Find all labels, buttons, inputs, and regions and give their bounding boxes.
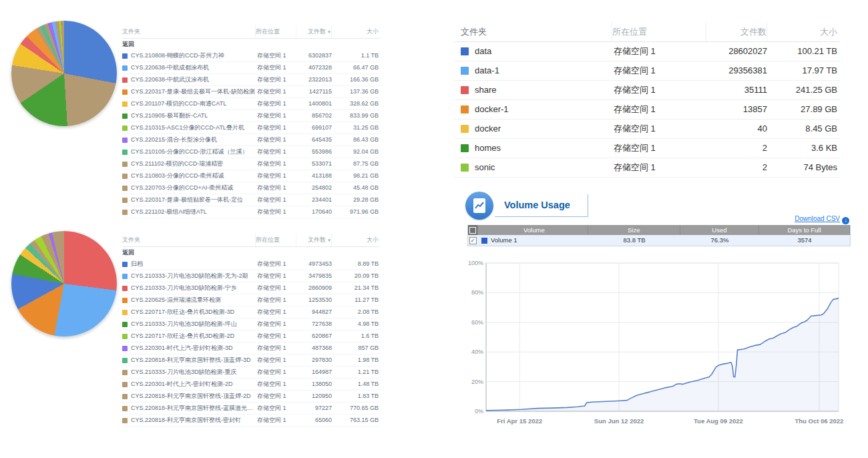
- folder-size: 92.04 GB: [332, 146, 380, 158]
- shared-folder-row[interactable]: homes存储空间 123.6 KB: [454, 139, 840, 158]
- folder-row[interactable]: CYS.201107-模切的CCD-南通CATL存储空间 11400801328…: [122, 98, 380, 110]
- folder-name: CYS.220638-中航成都涂布机: [131, 62, 209, 73]
- volume-days-to-full: 3574: [759, 235, 850, 246]
- legend-swatch: [461, 47, 469, 55]
- svg-text:Tue Aug 09 2022: Tue Aug 09 2022: [694, 417, 743, 425]
- column-header-folder[interactable]: 文件夹: [122, 234, 256, 246]
- folder-location: 存储空间 1: [257, 379, 297, 390]
- select-all-checkbox[interactable]: [468, 225, 478, 235]
- volume-row[interactable]: ✓ Volume 1 83.8 TB 76.3% 3574: [468, 235, 850, 246]
- folder-file-count: 699107: [297, 122, 332, 134]
- folder-file-count: 1400801: [297, 98, 332, 109]
- folder-row[interactable]: CYS.210333-刀片电池3D缺陷检测-无为-2期存储空间 13479835…: [122, 270, 380, 282]
- folder-location: 存储空间 1: [257, 86, 297, 97]
- download-icon[interactable]: ↓: [842, 217, 849, 224]
- legend-swatch: [122, 89, 128, 95]
- folder-row[interactable]: CYS.220317-楚康-极组去极耳一体机-缺陷检测存储空间 11427115…: [122, 86, 380, 98]
- folder-row[interactable]: CYS.211102-模切的CCD-瑞浦精密存储空间 153307187.75 …: [122, 158, 380, 170]
- folder-row[interactable]: CYS.220638-中航成都涂布机存储空间 1407232866.47 GB: [122, 62, 380, 74]
- folder-row[interactable]: CYS.210105-分像的CCD-浙江精诚（兰溪）存储空间 155398692…: [122, 146, 380, 158]
- folder-row[interactable]: CYS.220317-楚康-极组贴胶卷一体机-定位存储空间 123440129.…: [122, 194, 380, 206]
- folder-location: 存储空间 1: [257, 415, 297, 426]
- folder-location: 存储空间 1: [257, 258, 297, 270]
- column-header-used[interactable]: Used: [680, 225, 759, 235]
- shared-folder-row[interactable]: data-1存储空间 12935638117.97 TB: [454, 61, 840, 81]
- column-header-size[interactable]: 大小: [332, 234, 380, 246]
- legend-swatch: [122, 322, 128, 327]
- back-link[interactable]: 返回: [122, 39, 380, 50]
- folder-name: CYS.211102-模切的CCD-瑞浦精密: [131, 158, 223, 170]
- folder-row[interactable]: CYS.220301-时代上汽-密封钉检测-2D存储空间 11380501.48…: [122, 379, 380, 391]
- folder-row[interactable]: CYS.220703-分像的CCD+AI-衢州精诚存储空间 125480245.…: [122, 182, 380, 194]
- legend-swatch: [122, 310, 128, 315]
- folder-row[interactable]: 归档存储空间 149734538.89 TB: [122, 258, 380, 270]
- pie-chart-bottom: [11, 231, 117, 336]
- table-header: 文件夹 所在位置 文件数▼ 大小: [122, 234, 380, 247]
- column-header-location[interactable]: 所在位置: [612, 22, 706, 41]
- legend-swatch: [461, 164, 469, 172]
- folder-row[interactable]: CYS.210905-极耳翻折-CATL存储空间 1856702833.99 G…: [122, 110, 380, 122]
- download-csv-link[interactable]: Download CSV: [795, 215, 840, 222]
- svg-text:40%: 40%: [471, 349, 483, 355]
- folder-row[interactable]: CYS.210315-ASC1分像的CCD-ATL叠片机存储空间 1699107…: [122, 122, 380, 134]
- column-header-folder[interactable]: 文件夹: [122, 25, 256, 38]
- back-link[interactable]: 返回: [122, 247, 380, 258]
- folder-row[interactable]: CYS.220625-温州瑞浦流量环检测存储空间 1125353011.27 T…: [122, 294, 380, 306]
- legend-swatch: [122, 198, 128, 203]
- folder-row[interactable]: CYS.220818-利元亨南京国轩整线-密封钉存储空间 165060763.1…: [122, 415, 380, 427]
- folder-row[interactable]: CYS.220301-时代上汽-密封钉检测-3D存储空间 1487368857 …: [122, 342, 380, 355]
- folder-row[interactable]: CYS.220215-混合-长型涂分像机存储空间 164543586.43 GB: [122, 134, 380, 146]
- folder-row[interactable]: CYS.210333-刀片电池3D缺陷检测-宁乡存储空间 1286090921.…: [122, 282, 380, 294]
- volume-size: 83.8 TB: [588, 235, 680, 246]
- folder-row[interactable]: CYS.220818-利元亨南京国轩整线-蓝膜激光焊后-检测存储空间 19722…: [122, 403, 380, 415]
- folder-location: 存储空间 1: [614, 120, 707, 138]
- folder-name: CYS.220703-分像的CCD+AI-衢州精诚: [131, 182, 233, 194]
- column-header-days-to-full[interactable]: Days to Full: [759, 225, 850, 235]
- pie-chart-top: [11, 21, 117, 126]
- folder-row[interactable]: CYS.220818-利元亨南京国轩整线-顶盖焊-2D存储空间 11209501…: [122, 391, 380, 403]
- column-header-count[interactable]: 文件数▼: [296, 234, 332, 246]
- folder-row[interactable]: CYS.220717-欣旺达-叠片机3D检测-2D存储空间 16208671.6…: [122, 330, 380, 342]
- folder-location: 存储空间 1: [257, 294, 297, 306]
- folder-row[interactable]: CYS.220717-欣旺达-叠片机3D检测-3D存储空间 19448272.0…: [122, 306, 380, 318]
- shared-folder-row[interactable]: share存储空间 135111241.25 GB: [454, 81, 840, 100]
- column-header-size[interactable]: 大小: [767, 22, 840, 41]
- folder-name: data: [475, 42, 491, 61]
- volume-usage-chart: 0%20%40%60%80%100%Fri Apr 15 2022Sun Jun…: [466, 256, 849, 429]
- folder-row[interactable]: CYS.210333-刀片电池3D缺陷检测-坪山存储空间 17276384.98…: [122, 318, 380, 330]
- folder-name: CYS.210803-分像的CCD-衢州精诚: [131, 170, 224, 182]
- shared-folder-row[interactable]: data存储空间 128602027100.21 TB: [454, 42, 840, 61]
- row-checkbox[interactable]: ✓: [469, 237, 477, 244]
- shared-folder-table: 文件夹 所在位置 文件数 大小 data存储空间 128602027100.21…: [454, 22, 840, 178]
- folder-location: 存储空间 1: [257, 355, 297, 366]
- shared-folder-row[interactable]: docker存储空间 1408.45 GB: [454, 120, 840, 139]
- folder-size: 11.27 TB: [332, 294, 380, 306]
- svg-text:20%: 20%: [471, 379, 483, 385]
- folder-row[interactable]: CYS.210808-蝴蝶的CCD-苏州力神存储空间 163028371.1 T…: [122, 50, 380, 62]
- folder-location: 存储空间 1: [257, 318, 297, 330]
- folder-row[interactable]: CYS.220638-中航武汉涂布机存储空间 12322013166.36 GB: [122, 74, 380, 86]
- folder-file-count: 856702: [297, 110, 332, 122]
- shared-folder-row[interactable]: docker-1存储空间 11385727.89 GB: [454, 100, 840, 120]
- column-header-count[interactable]: 文件数▼: [296, 25, 332, 38]
- shared-folder-row[interactable]: sonic存储空间 1274 Bytes: [454, 158, 840, 178]
- legend-swatch: [122, 262, 128, 267]
- volume-usage-table: Volume Size Used Days to Full ✓ Volume 1…: [467, 225, 851, 246]
- legend-swatch: [122, 174, 128, 179]
- legend-swatch: [122, 358, 128, 363]
- column-header-size[interactable]: 大小: [332, 25, 380, 38]
- column-header-folder[interactable]: 文件夹: [454, 22, 612, 41]
- column-header-location[interactable]: 所在位置: [256, 234, 296, 246]
- folder-file-count: 727638: [297, 318, 332, 330]
- folder-location: 存储空间 1: [257, 342, 297, 354]
- column-header-volume[interactable]: Volume: [478, 225, 588, 235]
- column-header-count[interactable]: 文件数: [706, 22, 767, 41]
- folder-row[interactable]: CYS.221102-极组AI细缝ATL存储空间 1170640971.96 G…: [122, 206, 380, 218]
- legend-swatch: [461, 86, 469, 94]
- column-header-location[interactable]: 所在位置: [256, 25, 296, 38]
- column-header-size[interactable]: Size: [588, 225, 680, 235]
- folder-row[interactable]: CYS.220818-利元亨南京国轩整线-顶盖焊-3D存储空间 12978301…: [122, 355, 380, 367]
- folder-location: 存储空间 1: [257, 182, 297, 194]
- folder-row[interactable]: CYS.210803-分像的CCD-衢州精诚存储空间 141318898.21 …: [122, 170, 380, 182]
- folder-row[interactable]: CYS.210333-刀片电池3D缺陷检测-重庆存储空间 11649871.21…: [122, 367, 380, 379]
